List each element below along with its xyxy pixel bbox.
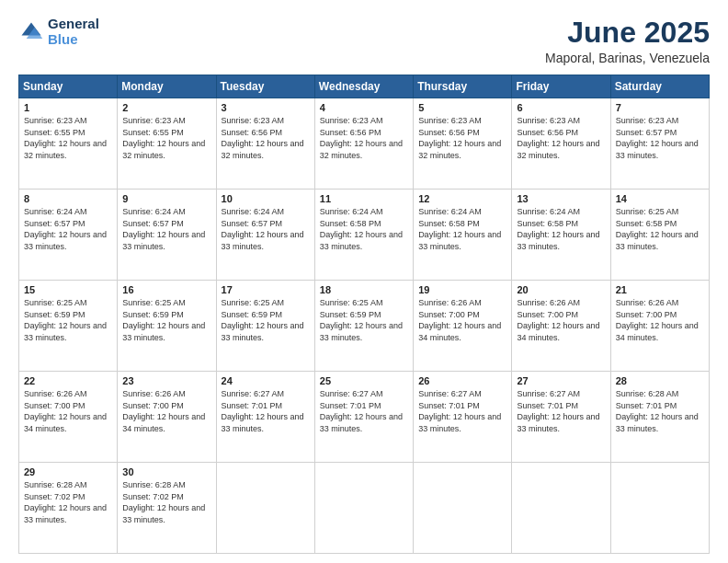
calendar-cell: 6 Sunrise: 6:23 AM Sunset: 6:56 PM Dayli… [512,98,610,190]
sunset-label: Sunset: 7:00 PM [24,401,85,410]
day-info: Sunrise: 6:24 AM Sunset: 6:57 PM Dayligh… [222,206,311,252]
day-info: Sunrise: 6:23 AM Sunset: 6:55 PM Dayligh… [122,115,211,161]
day-info: Sunrise: 6:23 AM Sunset: 6:55 PM Dayligh… [24,115,113,161]
calendar-cell: 3 Sunrise: 6:23 AM Sunset: 6:56 PM Dayli… [216,98,314,190]
day-number: 23 [122,375,211,386]
calendar-cell: 7 Sunrise: 6:23 AM Sunset: 6:57 PM Dayli… [610,98,709,190]
day-info: Sunrise: 6:23 AM Sunset: 6:57 PM Dayligh… [616,115,705,161]
calendar-cell: 5 Sunrise: 6:23 AM Sunset: 6:56 PM Dayli… [414,98,512,190]
day-info: Sunrise: 6:26 AM Sunset: 7:00 PM Dayligh… [122,388,211,434]
sunset-label: Sunset: 6:57 PM [222,219,283,228]
col-sunday: Sunday [19,75,118,98]
calendar-header-row: Sunday Monday Tuesday Wednesday Thursday… [19,75,710,98]
daylight-label: Daylight: 12 hours and 33 minutes. [222,412,304,433]
day-info: Sunrise: 6:23 AM Sunset: 6:56 PM Dayligh… [517,115,606,161]
daylight-label: Daylight: 12 hours and 34 minutes. [418,321,501,342]
sunrise-label: Sunrise: 6:24 AM [122,207,186,216]
daylight-label: Daylight: 12 hours and 33 minutes. [222,230,304,251]
day-number: 29 [24,466,113,477]
sunrise-label: Sunrise: 6:28 AM [616,389,679,398]
sunrise-label: Sunrise: 6:24 AM [24,207,87,216]
sunrise-label: Sunrise: 6:26 AM [122,389,186,398]
daylight-label: Daylight: 12 hours and 34 minutes. [616,321,699,342]
daylight-label: Daylight: 12 hours and 33 minutes. [222,321,304,342]
sunset-label: Sunset: 6:56 PM [517,128,578,137]
col-friday: Friday [512,75,610,98]
daylight-label: Daylight: 12 hours and 33 minutes. [418,230,501,251]
sunrise-label: Sunrise: 6:27 AM [517,389,580,398]
day-info: Sunrise: 6:24 AM Sunset: 6:57 PM Dayligh… [122,206,211,252]
day-number: 15 [24,284,113,295]
daylight-label: Daylight: 12 hours and 34 minutes. [24,412,107,433]
page: General Blue June 2025 Maporal, Barinas,… [0,0,728,563]
day-number: 13 [517,193,606,204]
calendar-cell: 23 Sunrise: 6:26 AM Sunset: 7:00 PM Dayl… [118,372,216,463]
sunset-label: Sunset: 6:59 PM [222,310,283,319]
title-block: June 2025 Maporal, Barinas, Venezuela [545,17,710,65]
header: General Blue June 2025 Maporal, Barinas,… [18,17,710,65]
sunrise-label: Sunrise: 6:25 AM [222,298,285,307]
sunset-label: Sunset: 6:57 PM [122,219,184,228]
day-number: 19 [418,284,507,295]
calendar-cell [414,463,512,554]
sunset-label: Sunset: 7:01 PM [616,401,677,410]
daylight-label: Daylight: 12 hours and 32 minutes. [122,139,205,160]
calendar-cell: 16 Sunrise: 6:25 AM Sunset: 6:59 PM Dayl… [118,281,216,372]
day-number: 14 [616,193,705,204]
sunset-label: Sunset: 6:59 PM [24,310,85,319]
daylight-label: Daylight: 12 hours and 33 minutes. [616,230,699,251]
day-number: 6 [517,102,606,113]
day-info: Sunrise: 6:27 AM Sunset: 7:01 PM Dayligh… [320,388,409,434]
sunset-label: Sunset: 7:01 PM [517,401,578,410]
day-number: 24 [222,375,311,386]
sunrise-label: Sunrise: 6:24 AM [222,207,285,216]
sunset-label: Sunset: 6:58 PM [320,219,381,228]
calendar-cell [216,463,314,554]
calendar-cell [512,463,610,554]
sunset-label: Sunset: 6:58 PM [418,219,480,228]
sunset-label: Sunset: 7:00 PM [122,401,184,410]
day-number: 28 [616,375,705,386]
sunset-label: Sunset: 6:57 PM [616,128,677,137]
day-number: 16 [122,284,211,295]
daylight-label: Daylight: 12 hours and 33 minutes. [616,139,699,160]
sunrise-label: Sunrise: 6:25 AM [616,207,679,216]
day-info: Sunrise: 6:25 AM Sunset: 6:59 PM Dayligh… [122,297,211,343]
daylight-label: Daylight: 12 hours and 33 minutes. [122,230,205,251]
day-info: Sunrise: 6:27 AM Sunset: 7:01 PM Dayligh… [222,388,311,434]
calendar-cell: 9 Sunrise: 6:24 AM Sunset: 6:57 PM Dayli… [118,190,216,281]
sunrise-label: Sunrise: 6:26 AM [517,298,580,307]
daylight-label: Daylight: 12 hours and 32 minutes. [418,139,501,160]
daylight-label: Daylight: 12 hours and 33 minutes. [122,503,205,524]
calendar-week-3: 15 Sunrise: 6:25 AM Sunset: 6:59 PM Dayl… [19,281,710,372]
calendar-cell: 4 Sunrise: 6:23 AM Sunset: 6:56 PM Dayli… [314,98,413,190]
calendar-cell: 22 Sunrise: 6:26 AM Sunset: 7:00 PM Dayl… [19,372,118,463]
calendar-cell: 19 Sunrise: 6:26 AM Sunset: 7:00 PM Dayl… [414,281,512,372]
calendar-cell [314,463,413,554]
day-number: 4 [320,102,409,113]
col-wednesday: Wednesday [314,75,413,98]
day-info: Sunrise: 6:27 AM Sunset: 7:01 PM Dayligh… [418,388,507,434]
day-info: Sunrise: 6:23 AM Sunset: 6:56 PM Dayligh… [222,115,311,161]
daylight-label: Daylight: 12 hours and 33 minutes. [517,412,599,433]
col-tuesday: Tuesday [216,75,314,98]
sunset-label: Sunset: 6:59 PM [320,310,381,319]
day-info: Sunrise: 6:24 AM Sunset: 6:58 PM Dayligh… [418,206,507,252]
calendar-cell: 17 Sunrise: 6:25 AM Sunset: 6:59 PM Dayl… [216,281,314,372]
daylight-label: Daylight: 12 hours and 33 minutes. [320,230,403,251]
calendar-cell: 26 Sunrise: 6:27 AM Sunset: 7:01 PM Dayl… [414,372,512,463]
day-info: Sunrise: 6:25 AM Sunset: 6:59 PM Dayligh… [320,297,409,343]
sunrise-label: Sunrise: 6:28 AM [122,480,186,489]
sunset-label: Sunset: 6:57 PM [24,219,85,228]
col-thursday: Thursday [414,75,512,98]
daylight-label: Daylight: 12 hours and 32 minutes. [320,139,403,160]
day-info: Sunrise: 6:26 AM Sunset: 7:00 PM Dayligh… [418,297,507,343]
calendar-cell: 28 Sunrise: 6:28 AM Sunset: 7:01 PM Dayl… [610,372,709,463]
calendar-cell: 27 Sunrise: 6:27 AM Sunset: 7:01 PM Dayl… [512,372,610,463]
col-monday: Monday [118,75,216,98]
calendar-cell: 13 Sunrise: 6:24 AM Sunset: 6:58 PM Dayl… [512,190,610,281]
calendar-cell: 2 Sunrise: 6:23 AM Sunset: 6:55 PM Dayli… [118,98,216,190]
sunrise-label: Sunrise: 6:26 AM [418,298,482,307]
sunset-label: Sunset: 7:01 PM [222,401,283,410]
calendar-cell: 1 Sunrise: 6:23 AM Sunset: 6:55 PM Dayli… [19,98,118,190]
